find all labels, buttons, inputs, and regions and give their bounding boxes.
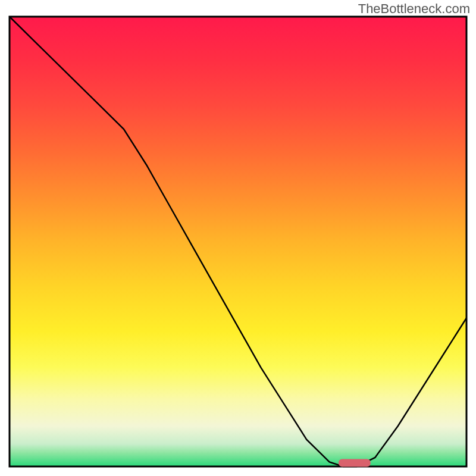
chart-container: TheBottleneck.com [0, 0, 476, 476]
watermark-text: TheBottleneck.com [358, 1, 470, 17]
optimal-marker [339, 459, 371, 466]
bottleneck-chart [0, 0, 476, 476]
